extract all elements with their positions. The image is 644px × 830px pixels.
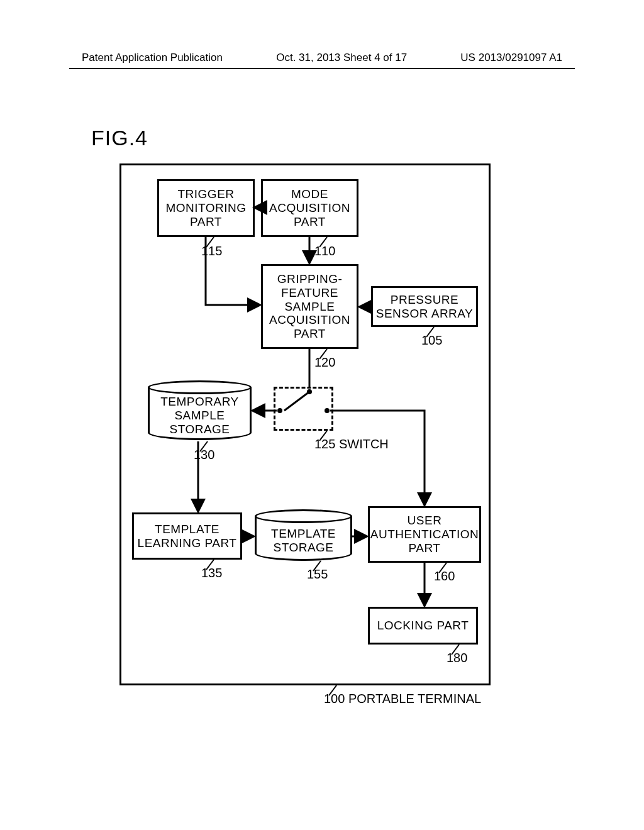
page-header: Patent Application Publication Oct. 31, … [0, 52, 644, 64]
header-divider [69, 68, 575, 69]
header-center: Oct. 31, 2013 Sheet 4 of 17 [276, 52, 407, 64]
ref-135: 135 [201, 566, 222, 580]
header-right: US 2013/0291097 A1 [460, 52, 562, 64]
ref-125-switch: 125 SWITCH [314, 437, 389, 451]
ref-160: 160 [434, 569, 455, 584]
ref-110: 110 [314, 244, 335, 258]
ref-130: 130 [194, 448, 214, 462]
ref-115: 115 [201, 244, 222, 258]
ref-105: 105 [421, 333, 442, 348]
svg-point-5 [277, 408, 282, 413]
svg-point-6 [325, 408, 330, 413]
ref-120: 120 [314, 355, 335, 370]
page: Patent Application Publication Oct. 31, … [0, 0, 644, 830]
svg-line-7 [284, 392, 309, 411]
header-left: Patent Application Publication [82, 52, 223, 64]
ref-180: 180 [447, 651, 467, 665]
figure-label: FIG.4 [91, 126, 148, 150]
connectors [119, 163, 491, 711]
ref-100: 100 PORTABLE TERMINAL [324, 692, 481, 706]
ref-155: 155 [307, 567, 328, 582]
diagram-stage: TRIGGERMONITORINGPART MODEACQUISITIONPAR… [119, 163, 491, 711]
